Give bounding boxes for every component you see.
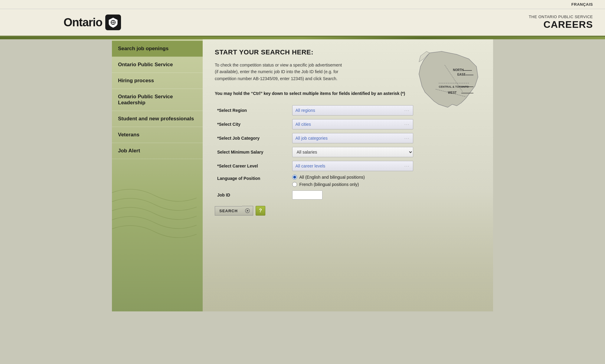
language-french-text: French (bilingual positions only) [299, 182, 359, 187]
sidebar-item-ops-leadership[interactable]: Ontario Public Service Leadership [112, 89, 203, 111]
search-button-label: SEARCH [215, 206, 242, 216]
city-row: *Select City All cities ··· [215, 117, 433, 131]
city-value: All cities [296, 122, 311, 127]
language-toggle[interactable]: FRANÇAIS [571, 2, 593, 7]
logo-area: Ontario [64, 15, 121, 30]
sidebar-item-search-job-openings[interactable]: Search job openings [112, 41, 203, 57]
job-category-value: All job categories [296, 136, 328, 141]
region-label: *Select Region [217, 108, 247, 113]
job-id-label: Job ID [217, 193, 230, 197]
language-radio-group: All (English and bilingual positions) Fr… [292, 175, 430, 187]
job-id-row: Job ID [215, 189, 433, 201]
brand-top-text: THE ONTARIO PUBLIC SERVICE [529, 15, 593, 19]
ontario-shield-icon [105, 15, 121, 30]
job-category-dots-icon: ··· [404, 136, 410, 141]
sidebar-item-job-alert[interactable]: Job Alert [112, 143, 203, 159]
career-level-label: *Select Career Level [217, 164, 258, 168]
logo-text: Ontario [64, 16, 102, 29]
ctrl-notice: You may hold the “Ctrl” key down to sele… [215, 91, 433, 96]
sidebar-item-veterans[interactable]: Veterans [112, 127, 203, 143]
help-button[interactable]: ? [256, 206, 265, 216]
help-icon: ? [259, 208, 262, 213]
region-value: All regions [296, 108, 315, 113]
content-area: NORTH EAST CENTRAL & TORONTO WEST START … [203, 39, 493, 311]
content-inner: START YOUR SEARCH HERE: To check the com… [215, 48, 481, 216]
nav-divider [0, 37, 605, 39]
sidebar-item-hiring-process[interactable]: Hiring process [112, 73, 203, 89]
region-row: *Select Region All regions ··· [215, 103, 433, 117]
language-french-radio[interactable] [292, 182, 297, 187]
career-level-row: *Select Career Level All career levels ·… [215, 159, 433, 173]
language-french-label[interactable]: French (bilingual positions only) [292, 182, 430, 187]
job-id-input[interactable] [292, 190, 322, 200]
sidebar-item-student-professionals[interactable]: Student and new professionals [112, 111, 203, 127]
career-level-select[interactable]: All career levels ··· [292, 161, 413, 171]
language-all-text: All (English and bilingual positions) [299, 175, 365, 180]
main-container: Search job openings Ontario Public Servi… [112, 39, 493, 311]
search-form: *Select Region All regions ··· *Select [215, 103, 433, 201]
search-button[interactable]: SEARCH [215, 206, 253, 216]
career-level-dots-icon: ··· [404, 164, 410, 168]
salary-row: Select Minimum Salary All salaries [215, 145, 433, 159]
job-category-label: *Select Job Category [217, 136, 260, 141]
region-dots-icon: ··· [404, 108, 410, 113]
city-label: *Select City [217, 122, 240, 127]
salary-label: Select Minimum Salary [217, 150, 263, 154]
region-select[interactable]: All regions ··· [292, 105, 413, 115]
job-category-select[interactable]: All job categories ··· [292, 133, 413, 143]
city-dots-icon: ··· [404, 122, 410, 127]
sidebar-decoration [112, 171, 197, 256]
career-level-value: All career levels [296, 164, 325, 168]
language-row: Language of Position All (English and bi… [215, 173, 433, 189]
job-category-row: *Select Job Category All job categories … [215, 131, 433, 145]
sidebar: Search job openings Ontario Public Servi… [112, 39, 203, 311]
brand-area: THE ONTARIO PUBLIC SERVICE CAREERS [529, 15, 593, 30]
sidebar-item-ontario-public-service[interactable]: Ontario Public Service [112, 57, 203, 73]
svg-marker-13 [247, 210, 249, 212]
search-row: SEARCH ? [215, 206, 481, 216]
search-play-icon [242, 206, 253, 216]
language-label: Language of Position [217, 176, 260, 181]
language-all-label[interactable]: All (English and bilingual positions) [292, 175, 430, 180]
header: Ontario THE ONTARIO PUBLIC SERVICE CAREE… [0, 9, 605, 37]
page-title: START YOUR SEARCH HERE: [215, 48, 481, 56]
intro-text: To check the competition status or view … [215, 62, 345, 82]
city-select[interactable]: All cities ··· [292, 119, 413, 129]
salary-select[interactable]: All salaries [292, 147, 413, 157]
brand-careers-text: CAREERS [529, 19, 593, 30]
top-bar: FRANÇAIS [0, 0, 605, 9]
language-all-radio[interactable] [292, 175, 297, 180]
